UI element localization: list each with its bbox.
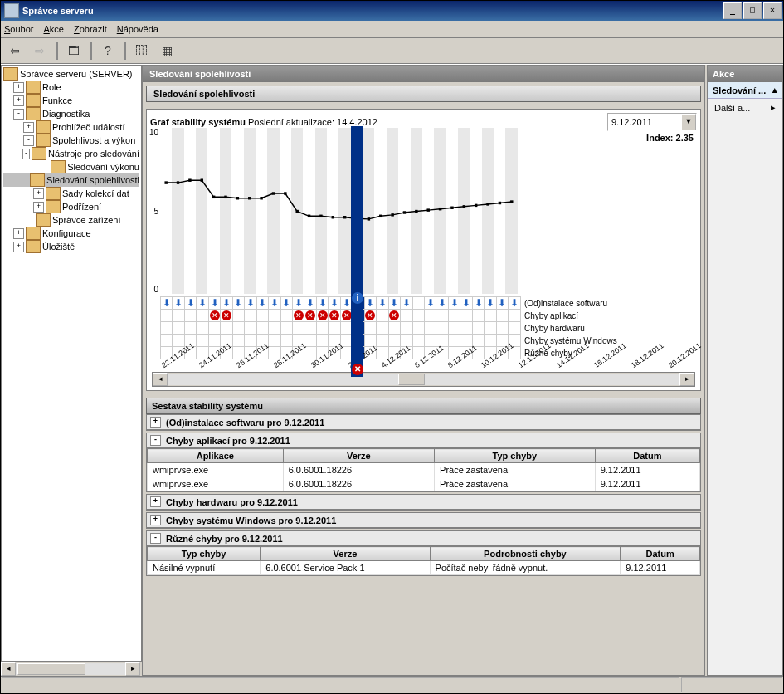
legend-label: Chyby hardwaru — [521, 322, 695, 335]
help-button[interactable]: ? — [97, 40, 119, 61]
tree-node[interactable]: +Konfigurace — [3, 227, 139, 240]
report-section-header[interactable]: -Různé chyby pro 9.12.2011 — [147, 531, 700, 546]
report-section-header[interactable]: +(Od)instalace softwaru pro 9.12.2011 — [147, 415, 700, 430]
collapse-icon[interactable]: ▴ — [772, 85, 777, 95]
table-row[interactable]: wmiprvse.exe6.0.6001.18226Práce zastaven… — [148, 477, 700, 491]
legend-label: Chyby aplikací — [521, 310, 695, 322]
menu-napoveda[interactable]: Nápověda — [117, 24, 158, 34]
app-icon — [4, 3, 19, 18]
date-input[interactable] — [608, 117, 681, 127]
report-section-header[interactable]: +Chyby systému Windows pro 9.12.2011 — [147, 513, 700, 528]
menu-akce[interactable]: Akce — [43, 24, 63, 34]
report: Sestava stability systému +(Od)instalace… — [146, 398, 701, 578]
chart-title: Graf stability systému Poslední aktualiz… — [150, 117, 607, 127]
menu-zobrazit[interactable]: Zobrazit — [74, 24, 107, 34]
chevron-right-icon: ▸ — [771, 102, 776, 113]
tree-node[interactable]: -Nástroje pro sledování — [3, 147, 139, 160]
tree-node[interactable]: Správce zařízení — [3, 213, 139, 227]
table-row[interactable]: wmiprvse.exe6.0.6001.18226Práce zastaven… — [148, 463, 700, 477]
report-section-header[interactable]: -Chyby aplikací pro 9.12.2011 — [147, 433, 700, 448]
maximize-button[interactable]: □ — [743, 2, 762, 19]
report-section-header[interactable]: +Chyby hardwaru pro 9.12.2011 — [147, 495, 700, 510]
info-icon: i — [352, 292, 363, 304]
tree-scrollbar[interactable]: ◂▸ — [1, 662, 140, 676]
table-row[interactable]: Násilné vypnutí6.0.6001 Service Pack 1Po… — [148, 561, 700, 575]
pane-subtitle: Sledování spolehlivosti — [146, 86, 701, 102]
chart-canvas[interactable]: 10 5 0 i ✕ — [160, 128, 518, 294]
columns-icon[interactable]: ⿲ — [131, 40, 153, 61]
window-title: Správce serveru — [22, 6, 722, 16]
grid-icon[interactable]: ▦ — [156, 40, 178, 61]
legend-label: (Od)instalace softwaru — [521, 297, 695, 310]
back-button[interactable]: ⇦ — [4, 40, 26, 61]
settings-icon[interactable]: 🗔 — [63, 40, 85, 61]
tree-node[interactable]: Sledování výkonu — [3, 160, 139, 174]
tree-node[interactable]: +Podřízení — [3, 200, 139, 213]
actions-pane: Akce Sledování ...▴ Další a...▸ — [707, 65, 783, 676]
actions-sub[interactable]: Sledování ...▴ — [708, 82, 782, 99]
forward-button[interactable]: ⇨ — [29, 40, 51, 61]
tree-node[interactable]: Sledování spolehlivosti — [3, 174, 139, 187]
menu-soubor[interactable]: Soubor — [4, 24, 33, 34]
error-icon: ✕ — [352, 364, 363, 375]
chevron-down-icon[interactable]: ▼ — [681, 114, 696, 130]
nav-tree[interactable]: Správce serveru (SERVER)+Role+Funkce-Dia… — [1, 65, 142, 662]
tree-node[interactable]: -Diagnostika — [3, 107, 139, 120]
date-selector[interactable]: ▼ — [607, 113, 697, 131]
close-button[interactable]: ✕ — [763, 2, 782, 19]
tree-node[interactable]: -Spolehlivost a výkon — [3, 134, 139, 147]
actions-title: Akce — [708, 66, 782, 82]
tree-root[interactable]: Správce serveru (SERVER) — [3, 67, 139, 81]
tree-node[interactable]: +Úložiště — [3, 240, 139, 253]
minimize-button[interactable]: _ — [723, 2, 742, 19]
actions-item-more[interactable]: Další a...▸ — [708, 99, 782, 116]
pane-title: Sledování spolehlivosti — [143, 66, 704, 82]
tree-node[interactable]: +Sady kolekcí dat — [3, 187, 139, 200]
chart-area: Graf stability systému Poslední aktualiz… — [146, 109, 701, 391]
statusbar — [1, 676, 783, 693]
report-title: Sestava stability systému — [146, 398, 701, 414]
toolbar: ⇦ ⇨ 🗔 ? ⿲ ▦ — [1, 38, 783, 64]
tree-node[interactable]: +Prohlížeč událostí — [3, 120, 139, 134]
index-label: Index: 2.35 — [646, 133, 694, 143]
tree-node[interactable]: +Role — [3, 81, 139, 94]
menubar: Soubor Akce Zobrazit Nápověda — [1, 21, 783, 38]
tree-node[interactable]: +Funkce — [3, 94, 139, 107]
titlebar: Správce serveru _ □ ✕ — [1, 1, 783, 21]
chart-scrollbar[interactable]: ◂▸ — [152, 372, 695, 387]
